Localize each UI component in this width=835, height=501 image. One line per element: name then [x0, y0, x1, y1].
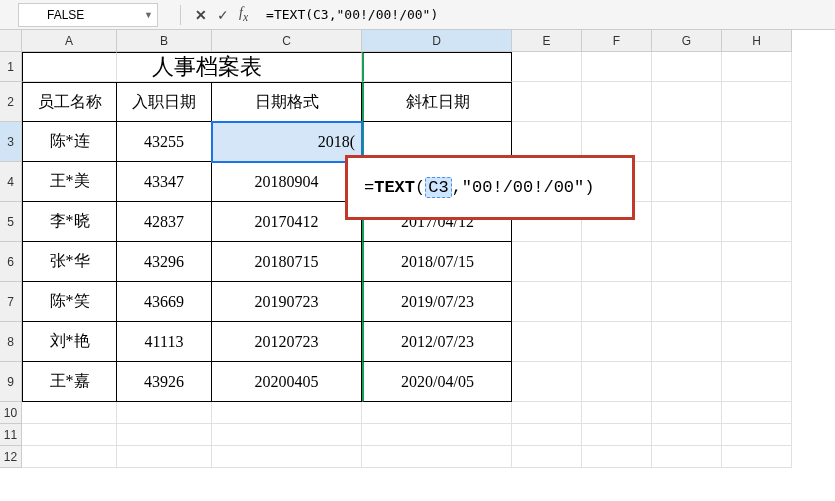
confirm-icon[interactable]: ✓ — [217, 7, 229, 23]
cell[interactable] — [722, 362, 792, 402]
cell[interactable] — [722, 424, 792, 446]
cell[interactable] — [722, 402, 792, 424]
cell[interactable] — [22, 52, 117, 82]
cell[interactable] — [212, 424, 362, 446]
col-header-c[interactable]: C — [212, 30, 362, 52]
cell[interactable] — [512, 82, 582, 122]
cell[interactable] — [22, 446, 117, 468]
cell[interactable] — [722, 242, 792, 282]
cell[interactable] — [722, 52, 792, 82]
cell[interactable]: 20200405 — [212, 362, 362, 402]
cell[interactable] — [512, 322, 582, 362]
cell[interactable]: 王*美 — [22, 162, 117, 202]
cell[interactable]: 张*华 — [22, 242, 117, 282]
cell[interactable]: 43255 — [117, 122, 212, 162]
cell[interactable] — [722, 122, 792, 162]
cell[interactable] — [652, 424, 722, 446]
cell[interactable] — [722, 282, 792, 322]
row-header[interactable]: 2 — [0, 82, 22, 122]
cell[interactable] — [652, 202, 722, 242]
formula-input[interactable] — [258, 3, 835, 27]
cell[interactable]: 20180904 — [212, 162, 362, 202]
cell[interactable]: 43296 — [117, 242, 212, 282]
cell[interactable] — [582, 362, 652, 402]
cancel-icon[interactable]: ✕ — [195, 7, 207, 23]
cell[interactable] — [22, 402, 117, 424]
cell[interactable] — [652, 52, 722, 82]
cell[interactable]: 43347 — [117, 162, 212, 202]
cell[interactable] — [652, 362, 722, 402]
col-header-e[interactable]: E — [512, 30, 582, 52]
cell[interactable] — [512, 242, 582, 282]
cell[interactable] — [582, 282, 652, 322]
col-header-g[interactable]: G — [652, 30, 722, 52]
header-cell[interactable]: 入职日期 — [117, 82, 212, 122]
cell[interactable]: 43669 — [117, 282, 212, 322]
cell[interactable] — [722, 202, 792, 242]
col-header-a[interactable]: A — [22, 30, 117, 52]
row-header[interactable]: 6 — [0, 242, 22, 282]
cell[interactable] — [582, 242, 652, 282]
cell[interactable]: 20180715 — [212, 242, 362, 282]
cell[interactable]: 20170412 — [212, 202, 362, 242]
cell[interactable] — [512, 52, 582, 82]
cell[interactable] — [117, 446, 212, 468]
cell[interactable] — [362, 52, 512, 82]
row-header[interactable]: 8 — [0, 322, 22, 362]
cell[interactable] — [362, 402, 512, 424]
cell[interactable] — [652, 322, 722, 362]
cell[interactable] — [582, 82, 652, 122]
cell[interactable] — [652, 402, 722, 424]
col-header-d[interactable]: D — [362, 30, 512, 52]
cell[interactable] — [652, 242, 722, 282]
cell[interactable] — [582, 446, 652, 468]
cell[interactable] — [117, 402, 212, 424]
cell[interactable]: 2019/07/23 — [362, 282, 512, 322]
cell[interactable] — [582, 402, 652, 424]
cell[interactable] — [117, 424, 212, 446]
referenced-cell[interactable]: 2018( — [212, 122, 362, 162]
cell[interactable] — [512, 282, 582, 322]
row-header[interactable]: 12 — [0, 446, 22, 468]
cell[interactable] — [652, 162, 722, 202]
cell[interactable]: 刘*艳 — [22, 322, 117, 362]
cell[interactable] — [212, 446, 362, 468]
cell[interactable] — [512, 446, 582, 468]
cell[interactable] — [582, 322, 652, 362]
cell[interactable]: 2020/04/05 — [362, 362, 512, 402]
cell[interactable]: 2012/07/23 — [362, 322, 512, 362]
cell[interactable] — [722, 322, 792, 362]
cell[interactable] — [512, 362, 582, 402]
name-box[interactable]: FALSE ▼ — [18, 3, 158, 27]
cell[interactable]: 陈*笑 — [22, 282, 117, 322]
chevron-down-icon[interactable]: ▼ — [144, 10, 153, 20]
cell[interactable] — [652, 446, 722, 468]
cell[interactable] — [652, 82, 722, 122]
cell[interactable]: 李*晓 — [22, 202, 117, 242]
page-title[interactable]: 人事档案表 — [212, 52, 362, 82]
cell[interactable]: 42837 — [117, 202, 212, 242]
row-header[interactable]: 7 — [0, 282, 22, 322]
cell[interactable] — [22, 424, 117, 446]
cell[interactable]: 王*嘉 — [22, 362, 117, 402]
row-header[interactable]: 3 — [0, 122, 22, 162]
cell[interactable] — [652, 122, 722, 162]
select-all-corner[interactable] — [0, 30, 22, 52]
row-header[interactable]: 9 — [0, 362, 22, 402]
fx-icon[interactable]: fx — [239, 5, 248, 24]
cell[interactable] — [722, 82, 792, 122]
cell[interactable]: 20120723 — [212, 322, 362, 362]
cell[interactable]: 43926 — [117, 362, 212, 402]
header-cell[interactable]: 员工名称 — [22, 82, 117, 122]
cell[interactable] — [582, 52, 652, 82]
col-header-f[interactable]: F — [582, 30, 652, 52]
cell[interactable] — [362, 424, 512, 446]
row-header[interactable]: 10 — [0, 402, 22, 424]
row-header[interactable]: 4 — [0, 162, 22, 202]
cell[interactable] — [722, 446, 792, 468]
cell[interactable] — [212, 402, 362, 424]
cell[interactable]: 2018/07/15 — [362, 242, 512, 282]
header-cell[interactable]: 斜杠日期 — [362, 82, 512, 122]
row-header[interactable]: 5 — [0, 202, 22, 242]
col-header-h[interactable]: H — [722, 30, 792, 52]
